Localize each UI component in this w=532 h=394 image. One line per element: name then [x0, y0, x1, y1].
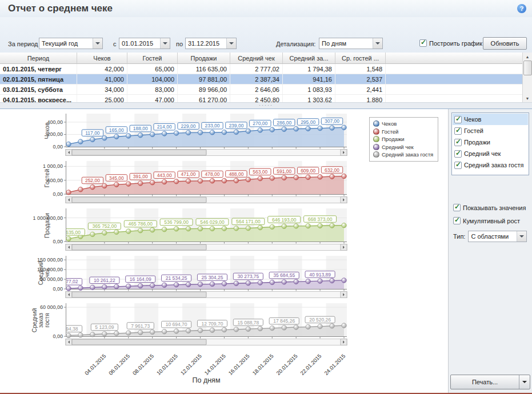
data-point-marker	[66, 236, 71, 241]
data-point-marker	[222, 130, 226, 134]
data-point-marker	[222, 178, 226, 183]
cell-value: 97 881,00	[178, 74, 230, 84]
cell-value: 2 646,06	[230, 85, 283, 94]
chart-2: 0,00500,001 000,00252,00345,00391,00443,…	[0, 160, 350, 206]
show-values-checkbox[interactable]: Показывать значения	[453, 204, 526, 211]
legend-marker-icon	[373, 136, 379, 142]
data-point-marker	[138, 133, 143, 138]
data-point-marker	[246, 128, 250, 133]
scrollbar-thumb[interactable]	[72, 339, 206, 345]
data-point-marker	[102, 331, 107, 336]
chart-scrollbar[interactable]	[66, 292, 347, 298]
series-checkbox-item[interactable]: Средний заказ гостя	[453, 159, 528, 171]
build-chart-checkbox[interactable]: Построить график	[419, 39, 482, 47]
data-point-marker	[174, 179, 178, 184]
scroll-up-icon[interactable]: ▲	[523, 53, 532, 61]
data-point-marker	[114, 230, 119, 234]
column-header[interactable]: Средний за...	[283, 53, 335, 63]
help-icon[interactable]: ?	[517, 4, 526, 13]
data-point-marker	[114, 284, 119, 289]
point-label: 17 845,26	[273, 318, 295, 324]
data-point-marker	[90, 332, 95, 337]
scrollbar-thumb[interactable]	[72, 150, 206, 155]
legend-item: Продажи	[373, 135, 433, 143]
chevron-down-icon[interactable]	[519, 375, 530, 389]
point-label: 117,00	[85, 130, 100, 136]
cell-value: 2,537	[335, 74, 386, 84]
point-label: 40 913,89	[309, 272, 331, 278]
data-point-marker	[78, 286, 83, 290]
data-point-marker	[198, 130, 202, 135]
data-point-marker	[306, 126, 310, 131]
point-label: 7 961,73	[131, 323, 150, 329]
data-point-marker	[138, 228, 143, 232]
table-scrollbar[interactable]: ▲ ▼	[522, 53, 532, 102]
chart-scrollbar[interactable]	[66, 150, 347, 156]
point-label: 116 635,00	[57, 230, 81, 235]
series-checkbox-item[interactable]: Продажи	[453, 136, 528, 148]
table-row[interactable]: 03.01.2015, суббота34,00083,00089 966,00…	[0, 85, 532, 95]
chart-scrollbar[interactable]	[66, 197, 347, 203]
column-header-filler	[386, 53, 532, 63]
x-axis-title: По дням	[66, 376, 347, 384]
point-label: 5 123,09	[95, 324, 114, 330]
date-from-select[interactable]: 01.01.2015	[119, 38, 170, 49]
chart-scrollbar[interactable]	[66, 244, 347, 251]
chart-scrollbar[interactable]	[66, 339, 347, 345]
data-point-marker	[282, 280, 286, 284]
table-row[interactable]: 01.01.2015, четверг42,00065,000116 635,0…	[0, 64, 532, 74]
data-point-marker	[66, 190, 71, 195]
data-point-marker	[318, 324, 322, 328]
print-button[interactable]: Печать...	[450, 375, 530, 389]
scrollbar-thumb[interactable]	[523, 61, 532, 75]
period-select[interactable]: Текущий год	[39, 38, 103, 49]
data-point-marker	[138, 283, 143, 288]
table-row[interactable]: 02.01.2015, пятница41,000104,00097 881,0…	[0, 74, 532, 85]
scrollbar-thumb[interactable]	[72, 197, 206, 203]
legend-item: Гостей	[373, 128, 433, 136]
series-checkbox-item[interactable]: Гостей	[453, 125, 528, 136]
point-label: 465 786,00	[128, 221, 153, 227]
data-point-marker	[330, 174, 334, 179]
column-header[interactable]: Средний чек	[230, 53, 283, 63]
x-tick-label: 22.01.2015	[299, 353, 322, 376]
checkbox-icon	[453, 204, 461, 211]
data-point-marker	[330, 324, 334, 328]
cell-value: 34,000	[77, 85, 127, 94]
legend-marker-icon	[373, 151, 379, 158]
column-header[interactable]: Ср. гостей ...	[335, 53, 386, 63]
data-point-marker	[102, 284, 107, 289]
scrollbar-thumb[interactable]	[72, 292, 206, 297]
cumulative-checkbox[interactable]: Кумулятивный рост	[453, 217, 520, 224]
series-checkbox-item[interactable]: Чеков	[453, 114, 528, 125]
data-point-marker	[246, 327, 250, 331]
chart-type-select[interactable]: С областями	[468, 231, 527, 242]
point-label: 286,00	[277, 120, 291, 126]
data-point-marker	[210, 328, 214, 332]
column-header[interactable]: Период	[0, 53, 77, 63]
scroll-down-icon[interactable]: ▼	[523, 94, 532, 102]
x-tick-label: 14.01.2015	[203, 353, 226, 376]
column-header[interactable]: Продажи	[178, 53, 230, 63]
data-point-marker	[66, 286, 71, 291]
point-label: 20 520,26	[309, 317, 331, 323]
data-point-marker	[342, 323, 346, 328]
detail-select[interactable]: По дням	[319, 38, 383, 49]
data-point-marker	[234, 327, 238, 332]
column-header[interactable]: Гостей	[127, 53, 178, 63]
data-point-marker	[78, 332, 83, 337]
point-label: 16 164,09	[130, 276, 151, 282]
column-header[interactable]: Чеков	[77, 53, 127, 63]
data-point-marker	[174, 131, 178, 135]
data-point-marker	[150, 329, 154, 334]
report-table: ПериодЧековГостейПродажиСредний чекСредн…	[0, 53, 532, 102]
point-label: 10 261,22	[94, 278, 115, 283]
page-title: Отчет о среднем чеке	[8, 3, 113, 14]
date-to-select[interactable]: 31.12.2015	[185, 38, 237, 49]
series-checkbox-item[interactable]: Средний чек	[453, 148, 528, 159]
chevron-down-icon	[517, 231, 526, 242]
data-point-marker	[270, 280, 274, 284]
scrollbar-thumb[interactable]	[72, 244, 206, 250]
refresh-button[interactable]: Обновить	[483, 37, 527, 50]
checkbox-icon	[454, 116, 462, 123]
